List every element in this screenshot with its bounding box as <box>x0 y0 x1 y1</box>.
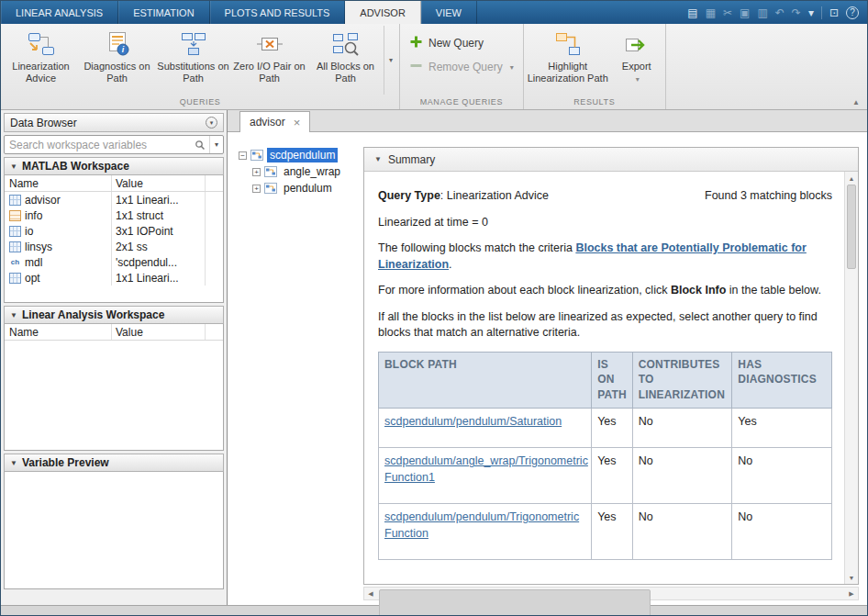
ribbon: Linearization Advice i Diagnostics on Pa… <box>1 24 867 110</box>
contributes-value: No <box>632 408 732 448</box>
tree-row-child: + angle_wrap <box>252 163 360 180</box>
block-path-link[interactable]: scdpendulum/pendulum/Saturation <box>384 415 562 428</box>
diagnostics-on-path-button[interactable]: i Diagnostics on Path <box>79 26 155 95</box>
tab-advisor[interactable]: ADVISOR <box>345 1 421 24</box>
column-header-value[interactable]: Value <box>111 175 205 191</box>
scroll-up-icon[interactable]: ▲ <box>845 172 858 185</box>
toolstrip-tab-bar: LINEAR ANALYSIS ESTIMATION PLOTS AND RES… <box>1 1 867 24</box>
quick-access-toolbar: ▤ ▦ ✂ ▣ ▥ ↶ ↷ ▾ ⊡ ? <box>679 1 867 24</box>
variable-value: 2x1 ss <box>111 239 205 254</box>
linearization-advice-button[interactable]: Linearization Advice <box>3 26 79 95</box>
ribbon-spacer <box>666 24 867 109</box>
toolstrip-tabs: LINEAR ANALYSIS ESTIMATION PLOTS AND RES… <box>1 1 477 24</box>
tree-row-child: + pendulum <box>252 180 360 196</box>
highlight-linearization-path-button[interactable]: Highlight Linearization Path <box>526 26 610 95</box>
tab-linear-analysis[interactable]: LINEAR ANALYSIS <box>1 1 118 24</box>
scroll-left-icon[interactable]: ◀ <box>364 588 377 599</box>
column-header-value[interactable]: Value <box>111 324 205 340</box>
all-blocks-on-path-button[interactable]: All Blocks on Path <box>307 26 384 95</box>
table-header-row: BLOCK PATH IS ON PATH CONTRIBUTES TO LIN… <box>379 352 832 408</box>
variable-value: 1x1 struct <box>111 207 205 223</box>
export-button[interactable]: Export ▾ <box>610 26 663 95</box>
tree-item-angle-wrap[interactable]: angle_wrap <box>281 164 343 179</box>
paste-icon[interactable]: ▥ <box>757 7 767 18</box>
cut-icon[interactable]: ✂ <box>723 7 732 18</box>
scroll-thumb[interactable] <box>847 185 856 269</box>
block-path-link[interactable]: scdpendulum/angle_wrap/Trigonometric Fun… <box>384 454 588 484</box>
zero-io-pair-on-path-button[interactable]: Zero I/O Pair on Path <box>231 26 307 95</box>
linear-analysis-workspace-title: Linear Analysis Workspace <box>22 308 164 321</box>
matching-blocks-table: BLOCK PATH IS ON PATH CONTRIBUTES TO LIN… <box>378 352 832 561</box>
variable-value: 3x1 IOPoint <box>111 223 205 239</box>
linearized-time-text: Linearized at time = 0 <box>378 215 832 231</box>
column-header-name[interactable]: Name <box>5 324 111 340</box>
expand-icon[interactable]: + <box>252 185 261 193</box>
column-header-is-on-path: IS ON PATH <box>592 352 632 408</box>
panel-menu-icon[interactable]: ▾ <box>206 117 217 129</box>
tree-item-scdpendulum[interactable]: scdpendulum <box>267 148 338 162</box>
redo-icon[interactable]: ↷ <box>792 7 801 18</box>
expand-icon[interactable]: + <box>252 168 261 176</box>
help-icon[interactable]: ? <box>846 6 859 19</box>
new-query-icon <box>409 35 423 51</box>
workspace-row-mdl[interactable]: mdl 'scdpendul... <box>5 254 223 270</box>
advisor-document-tab[interactable]: advisor × <box>239 111 310 132</box>
tab-plots-and-results[interactable]: PLOTS AND RESULTS <box>210 1 346 24</box>
collapse-triangle-icon: ▼ <box>10 162 17 171</box>
horizontal-scrollbar[interactable]: ◀ ▶ <box>363 587 859 600</box>
scroll-track[interactable] <box>377 588 845 599</box>
workspace-row-io[interactable]: io 3x1 IOPoint <box>5 223 223 239</box>
summary-section-header[interactable]: ▼ Summary <box>364 148 858 172</box>
has-diagnostics-value: No <box>732 504 832 560</box>
undo-icon[interactable]: ↶ <box>775 7 785 18</box>
section-label-results: RESULTS <box>524 95 665 109</box>
column-header-blank <box>205 324 223 340</box>
scroll-down-icon[interactable]: ▼ <box>845 571 858 584</box>
scroll-track[interactable] <box>845 185 858 571</box>
workspace-row-opt[interactable]: opt 1x1 Lineari... <box>5 270 223 286</box>
workspace-row-linsys[interactable]: linsys 2x1 ss <box>5 239 223 254</box>
criteria-text: The following blocks match the criteria <box>378 241 575 254</box>
document-area: advisor × − scdpendulum + <box>228 110 867 605</box>
remove-query-button[interactable]: Remove Query ▾ <box>409 59 514 75</box>
new-script-icon[interactable]: ▤ <box>687 7 697 18</box>
workspace-row-info[interactable]: info 1x1 struct <box>5 207 223 223</box>
scroll-thumb[interactable] <box>379 589 651 616</box>
save-icon[interactable]: ▦ <box>706 7 716 18</box>
substitutions-on-path-icon <box>180 30 207 58</box>
substitutions-on-path-button[interactable]: Substitutions on Path <box>155 26 231 95</box>
query-type-label: Query Type <box>378 189 440 202</box>
toolbar-more-icon[interactable]: ▾ <box>808 7 814 18</box>
search-input[interactable] <box>5 139 193 151</box>
summary-title: Summary <box>388 153 435 166</box>
collapse-triangle-icon: ▼ <box>10 459 17 467</box>
is-on-path-value: Yes <box>592 504 632 560</box>
variable-preview-header[interactable]: ▼ Variable Preview <box>4 454 224 472</box>
vertical-scrollbar[interactable]: ▲ ▼ <box>844 172 858 584</box>
new-query-button[interactable]: New Query <box>409 35 514 51</box>
tab-estimation[interactable]: ESTIMATION <box>118 1 209 24</box>
minimize-ribbon-icon[interactable]: ▲ <box>852 98 860 106</box>
search-options-icon[interactable]: ▾ <box>209 136 223 153</box>
search-icon[interactable] <box>193 140 207 151</box>
query-gallery-expand-button[interactable]: ▾ <box>384 26 397 95</box>
scroll-right-icon[interactable]: ▶ <box>845 588 858 599</box>
tree-item-pendulum[interactable]: pendulum <box>281 181 335 196</box>
tree-row-root: − scdpendulum <box>239 147 360 163</box>
tab-view[interactable]: VIEW <box>421 1 477 24</box>
workspace-row-advisor[interactable]: advisor 1x1 Lineari... <box>5 192 223 207</box>
close-tab-icon[interactable]: × <box>294 117 301 129</box>
dock-icon[interactable]: ⊡ <box>829 7 839 18</box>
block-path-link[interactable]: scdpendulum/pendulum/Trigonometric Funct… <box>384 510 579 540</box>
alternative-query-paragraph: If all the blocks in the list below are … <box>378 309 832 342</box>
collapse-icon[interactable]: − <box>239 151 247 160</box>
query-type-separator: : <box>440 189 447 202</box>
collapse-triangle-icon: ▼ <box>374 155 382 163</box>
matlab-workspace-header[interactable]: ▼ MATLAB Workspace <box>4 157 224 175</box>
linear-analysis-workspace-header[interactable]: ▼ Linear Analysis Workspace <box>4 306 224 324</box>
column-header-name[interactable]: Name <box>5 175 111 191</box>
zero-io-pair-on-path-icon <box>256 30 284 58</box>
copy-icon[interactable]: ▣ <box>740 7 750 18</box>
variable-preview-pane <box>4 472 224 589</box>
advisor-document-body: − scdpendulum + angle_wrap <box>228 132 867 605</box>
